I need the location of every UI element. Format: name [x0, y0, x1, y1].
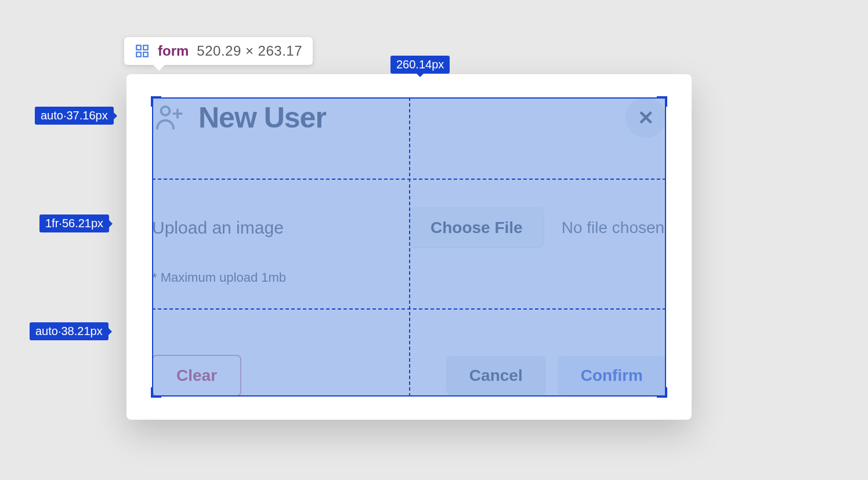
grid-row-label-3: auto·38.21px: [30, 322, 108, 340]
svg-rect-2: [136, 52, 141, 57]
upload-hint: * Maximum upload 1mb: [152, 270, 409, 285]
devtools-tooltip: form 520.29 × 263.17: [124, 37, 313, 65]
new-user-dialog: New User ✕ Upload an image * Maximum upl…: [126, 74, 692, 420]
grid-row-label-2: 1fr·56.21px: [39, 214, 109, 232]
tooltip-dimensions: 520.29 × 263.17: [197, 43, 302, 59]
close-icon: ✕: [638, 106, 654, 129]
svg-rect-3: [143, 52, 148, 57]
user-plus-icon: [152, 100, 187, 135]
upload-section-left: Upload an image * Maximum upload 1mb: [152, 159, 409, 334]
confirm-button[interactable]: Confirm: [558, 356, 666, 395]
dialog-header: New User ✕: [152, 97, 666, 159]
new-user-form: New User ✕ Upload an image * Maximum upl…: [152, 97, 666, 397]
grid-icon: [135, 43, 150, 59]
grid-row-label-1: auto·37.16px: [35, 107, 114, 125]
file-status-text: No file chosen: [562, 219, 664, 237]
dialog-footer: Clear Cancel Confirm: [152, 334, 666, 397]
clear-button[interactable]: Clear: [152, 355, 241, 397]
grid-column-width-label: 260.14px: [390, 56, 450, 74]
svg-rect-1: [143, 45, 148, 50]
svg-rect-0: [136, 45, 141, 50]
file-input-row: Choose File No file chosen: [409, 208, 666, 248]
svg-point-4: [161, 107, 170, 115]
upload-section-right: Choose File No file chosen: [409, 159, 666, 334]
choose-file-button[interactable]: Choose File: [409, 208, 544, 248]
tooltip-element-tag: form: [158, 43, 189, 59]
close-button[interactable]: ✕: [625, 97, 666, 138]
upload-label: Upload an image: [152, 218, 409, 238]
dialog-title: New User: [198, 101, 326, 134]
cancel-button[interactable]: Cancel: [446, 356, 546, 395]
